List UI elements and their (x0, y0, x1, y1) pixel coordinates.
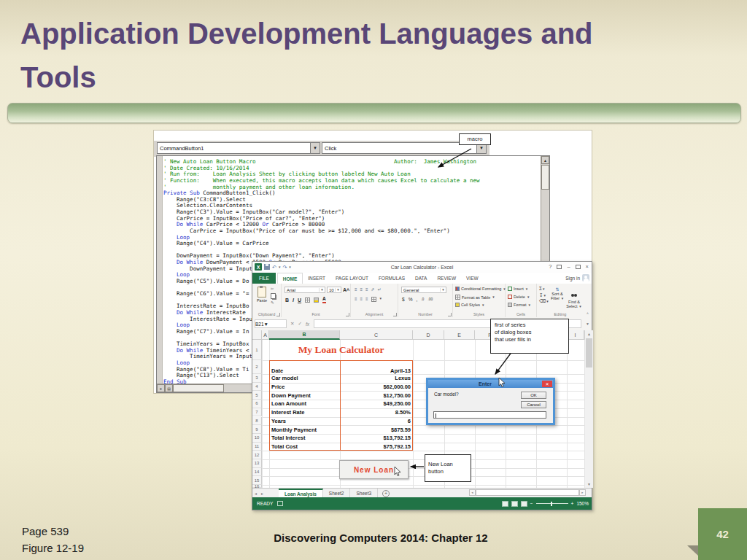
scroll-thumb[interactable] (173, 384, 224, 392)
row-header-13[interactable]: 13 (252, 459, 262, 468)
column-header-B[interactable]: B (269, 330, 340, 340)
row-header-4[interactable]: 4 (252, 383, 262, 392)
split-view-icon[interactable]: ▤ (165, 384, 173, 392)
ok-button[interactable]: OK (521, 392, 546, 399)
cell-value[interactable]: 6 (341, 417, 411, 426)
row-header-7[interactable]: 7 (252, 408, 262, 417)
row-header-5[interactable]: 5 (252, 391, 262, 400)
cell-label[interactable]: Date (271, 360, 338, 375)
code-line: ' New Auto Loan Button Macro Author: Jam… (163, 158, 541, 165)
page-title: Application Development Languages and To… (20, 12, 619, 99)
cell-label[interactable]: Interest Rate (271, 408, 338, 417)
object-dropdown[interactable]: CommandButton1 ▼ (157, 142, 320, 154)
column-header-A[interactable]: A (262, 330, 269, 340)
close-icon[interactable]: ✕ (542, 381, 552, 387)
scroll-up-icon[interactable]: ▲ (585, 330, 593, 338)
scroll-right-icon[interactable]: ▸ (579, 489, 586, 496)
cancel-button[interactable]: Cancel (521, 401, 546, 408)
loan-table-divider (340, 360, 341, 451)
row-header-11[interactable]: 11 (252, 443, 262, 451)
row-header-12[interactable]: 12 (252, 451, 262, 459)
sheet-horizontal-scrollbar[interactable]: ◂ ▸ (469, 489, 586, 496)
dialog-title: Enter (428, 381, 542, 386)
code-line: ' Run from: Loan Analysis Sheet by click… (163, 171, 541, 177)
code-line: Private Sub CommandButton1_Click() (163, 190, 541, 196)
code-line (163, 246, 541, 253)
cell-label[interactable]: Years (271, 417, 338, 426)
excel-window: X ↶▾ ↷ ▾ Car Loan Calculator - Excel ? –… (252, 261, 592, 510)
row-header-8[interactable]: 8 (252, 417, 262, 426)
code-line: ' monthly payment and other loan informa… (163, 184, 541, 190)
scroll-down-icon[interactable]: ▼ (585, 481, 593, 488)
cell-label[interactable]: Total Cost (271, 443, 338, 451)
row-header-2[interactable]: 2 (252, 360, 262, 374)
gridline (262, 476, 584, 477)
footer-text: Discovering Computers 2014: Chapter 12 (155, 532, 607, 544)
status-bar: READY − + 150% (252, 497, 592, 510)
new-sheet-icon[interactable]: + (382, 490, 390, 497)
cell-value[interactable]: $62,000.00 (341, 383, 411, 392)
figure-label: Figure 12-19 (22, 542, 84, 554)
cell-label[interactable]: Total Interest (271, 434, 338, 443)
slide-number-badge: 42 (698, 508, 747, 560)
zoom-slider[interactable] (536, 503, 568, 504)
cell-value[interactable]: April-13 (341, 360, 411, 375)
code-line: CarPrice = InputBox("Price of car must b… (163, 228, 541, 234)
gridline (413, 340, 414, 488)
procedure-dropdown-value: Click (322, 145, 476, 152)
new-loan-button[interactable]: New Loan (339, 460, 409, 479)
cell-value[interactable]: $13,792.15 (341, 434, 411, 443)
code-line: ' Date Created: 10/16/2014 (163, 165, 541, 171)
code-line: ' Function: When executed, this macro ac… (163, 177, 541, 184)
column-header-C[interactable]: C (340, 330, 413, 340)
scroll-thumb[interactable] (541, 165, 549, 190)
sheet-title-cell[interactable]: My Loan Calculator (269, 340, 413, 360)
row-header-6[interactable]: 6 (252, 400, 262, 408)
cell-value[interactable]: $49,250.00 (341, 400, 411, 408)
macro-record-icon[interactable] (277, 501, 283, 506)
row-header-3[interactable]: 3 (252, 374, 262, 383)
page-layout-view-icon[interactable] (511, 501, 518, 507)
gridline (262, 459, 584, 460)
cell-label[interactable]: Monthly Payment (271, 425, 338, 434)
zoom-in-icon[interactable]: + (571, 501, 574, 506)
cell-label[interactable]: Loan Amount (271, 400, 338, 408)
row-header-9[interactable]: 9 (252, 425, 262, 434)
row-header-1[interactable]: 1 (252, 340, 262, 360)
row-header-14[interactable]: 14 (252, 468, 262, 477)
dialog-titlebar[interactable]: Enter ✕ (428, 380, 553, 388)
page-break-view-icon[interactable] (521, 501, 527, 507)
cell-value[interactable]: $75,792.15 (341, 443, 411, 451)
cell-label[interactable]: Car model (271, 374, 338, 383)
code-line: CarPrice = InputBox("Price of car?", "En… (163, 215, 541, 222)
scroll-left-icon[interactable]: ◂ (469, 489, 476, 496)
grid-vertical-scrollbar[interactable]: ▲ ▼ (584, 330, 593, 488)
chevron-down-icon[interactable]: ▼ (310, 143, 320, 153)
cell-value[interactable]: Lexus (341, 374, 411, 383)
zoom-level[interactable]: 150% (576, 501, 589, 506)
split-view-icon[interactable]: ≡ (157, 384, 165, 392)
vba-combo-bar: CommandButton1 ▼ Click ▼ (154, 141, 489, 157)
scroll-track[interactable] (476, 489, 579, 496)
cell-value[interactable]: 8.50% (341, 408, 411, 417)
row-header-10[interactable]: 10 (252, 434, 262, 443)
code-line: DownPayment = InputBox("Down Payment?", … (163, 252, 541, 259)
cell-value[interactable]: $12,750.00 (341, 391, 411, 400)
column-header-I[interactable]: I (567, 330, 584, 340)
cell-label[interactable]: Down Payment (271, 391, 338, 400)
gridline (262, 451, 584, 451)
zoom-out-icon[interactable]: − (530, 501, 533, 506)
dialog-input-field[interactable] (433, 411, 546, 419)
scroll-thumb[interactable] (586, 338, 592, 368)
cell-value[interactable]: $875.59 (341, 425, 411, 434)
title-divider-bar (7, 103, 741, 123)
page-number-label: Page 539 (22, 525, 69, 537)
column-header-D[interactable]: D (413, 330, 444, 340)
normal-view-icon[interactable] (502, 501, 508, 507)
zoom-slider-thumb[interactable] (551, 502, 553, 506)
grid-corner[interactable] (252, 330, 262, 340)
column-header-E[interactable]: E (444, 330, 475, 340)
cell-label[interactable]: Price (271, 383, 338, 392)
code-line: Range("C4").Value = CarPrice (163, 240, 541, 246)
scroll-up-icon[interactable]: ▲ (541, 156, 549, 164)
